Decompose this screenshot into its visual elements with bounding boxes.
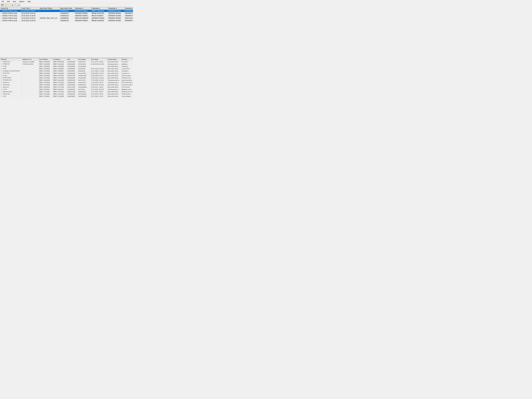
bot-cell-time_string: 15.07.2019 7:39:43 — [90, 90, 107, 93]
col-header-crash_time[interactable]: Crash Time▼ — [21, 7, 39, 10]
toolbar-save-btn[interactable]: 💾 — [1, 4, 4, 6]
cell-parameter4: 00000000`00080a... — [124, 15, 133, 17]
toolbar-copy-btn[interactable]: 📋 — [4, 4, 7, 6]
bot-cell-filename: ⬡ csc.dll — [0, 88, 22, 90]
bot-cell-filename: ⬡ BOOTVID.dll — [0, 77, 22, 79]
bot-cell-time_string: 15.07.2023 7:38:32 — [90, 93, 107, 95]
list-item[interactable]: ⬡ tm.sysffff807`019b0000ffff807`019d7000… — [0, 74, 133, 77]
bot-col-header-address_in_st[interactable]: Address In St... — [22, 58, 38, 61]
bot-cell-time_stamp: 0xd18efcde6 — [77, 74, 90, 77]
list-item[interactable]: ⬡ wdexpress.sysffff807`071c0000ffff807`0… — [0, 90, 133, 93]
toolbar-search-btn[interactable]: 🔍 — [14, 4, 17, 6]
col-header-bug_check_string[interactable]: Bug Check String — [39, 7, 60, 10]
bot-col-header-time_string[interactable]: Time String — [90, 58, 107, 61]
bot-cell-time_string: 16.02.2021 1:20:00 — [90, 86, 107, 88]
bot-cell-file_desc: Драйвер экспо... — [121, 88, 133, 90]
list-item[interactable]: ⬡ ksecdd.sysffff807`07120000ffff807`0714… — [0, 84, 133, 86]
cell-parameter3: 00000000`b22000... — [108, 15, 124, 17]
cell-parameter1: 00000000`000000... — [74, 10, 91, 12]
file-icon: ⬡ — [1, 91, 3, 92]
list-item[interactable]: ⬡ ntoskrnl.exentoskrnl.exe+4b68...ffff80… — [0, 61, 133, 63]
bot-cell-to_address: ffff807`01ee4000 — [53, 79, 67, 81]
bot-col-header-filename[interactable]: Filename — [0, 58, 22, 61]
bot-cell-product_name: Microsoft® Wind... — [107, 86, 121, 88]
top-table: Dump FileCrash Time▼Bug Check StringBug … — [0, 7, 133, 22]
toolbar-go-btn[interactable]: ➡ — [17, 4, 20, 6]
list-item[interactable]: ⬡ ci.dllffff807`071f0000ffff807`07249000… — [0, 95, 133, 97]
col-header-parameter1[interactable]: Parameter 1 — [74, 7, 91, 10]
bot-cell-product_name: Microsoft® Wind... — [107, 77, 121, 79]
bot-cell-time_string: 02.02.2105 11:30:16 — [90, 68, 107, 70]
bot-cell-from_address: ffff807`071c0000 — [38, 90, 53, 93]
dump-file-icon: ▪ — [1, 10, 2, 12]
file-icon: ⬡ — [1, 63, 3, 65]
bot-cell-to_address: ffff807`019ab000 — [53, 68, 67, 70]
cell-parameter2: ffffdс86`e4a09028 — [91, 19, 108, 22]
bot-cell-product_name: Microsoft® Wind... — [107, 72, 121, 74]
list-item[interactable]: ⬡ PSHED.dllPSHED.dll+15b0ffff807`01a5000… — [0, 63, 133, 65]
menu-view[interactable]: View — [12, 0, 17, 3]
bot-col-header-to_address[interactable]: To Address — [53, 58, 67, 61]
bot-cell-address_in_st: PSHED.dll+15b0 — [22, 63, 38, 65]
bot-cell-size: 0x0000b000 — [67, 68, 77, 70]
bot-col-header-size[interactable]: Size — [67, 58, 77, 61]
menu-options[interactable]: Options — [19, 0, 25, 3]
bot-cell-size: 0x00117000 — [67, 86, 77, 88]
bot-cell-filename: ⬡ mcupdate_GenuineIntel.dll — [0, 70, 22, 72]
bot-cell-filename: ⬡ PSHED.dll — [0, 63, 22, 65]
list-item[interactable]: ⬡ FLTMGR.SYSffff807`01a80000ffff807`01ee… — [0, 79, 133, 81]
bot-col-header-time_stamp[interactable]: Time Stamp — [77, 58, 90, 61]
col-header-parameter4[interactable]: Parameter 4 — [124, 7, 133, 10]
bot-col-header-file_desc[interactable]: File Des... — [121, 58, 133, 61]
bot-cell-time_string: 11.01.2002 4:05:26 — [90, 81, 107, 84]
bot-cell-address_in_st — [22, 88, 38, 90]
bot-cell-size: 0x0000b000 — [67, 77, 77, 79]
bot-cell-filename: ⬡ CLFS.SYS — [0, 72, 22, 74]
list-item[interactable]: ⬡ csc.dllffff807`01af0000ffff807`01afe00… — [0, 88, 133, 90]
table-row[interactable]: ▪ 032023-7656-01.dmp20.03.2023 10:53:500… — [0, 12, 133, 15]
table-row[interactable]: ▪ 031923-7640-01.dmp19.03.2023 14:20:520… — [0, 19, 133, 22]
list-item[interactable]: ⬡ hal.dllffff807`01990000ffff807`0199600… — [0, 65, 133, 68]
bot-cell-filename: ⬡ kd.dll — [0, 68, 22, 70]
col-header-dump_file[interactable]: Dump File — [0, 7, 21, 10]
toolbar-open-btn[interactable]: 📁 — [7, 4, 11, 6]
col-header-parameter2[interactable]: Parameter 2 — [91, 7, 108, 10]
list-item[interactable]: ⬡ msrpc.sysffff807`07150000ffff807`071b1… — [0, 81, 133, 84]
list-item[interactable]: ⬡ mcupdate_GenuineIntel.dllffff807`01700… — [0, 70, 133, 72]
bot-cell-address_in_st — [22, 72, 38, 74]
bot-cell-from_address: ffff807`07150000 — [38, 81, 53, 84]
bot-cell-size: 0x0000c000 — [67, 93, 77, 95]
menu-edit[interactable]: Edit — [6, 0, 10, 3]
bot-col-header-product_name[interactable]: Product Name — [107, 58, 121, 61]
table-row[interactable]: ▪ 032023-7734-01.dmp20.03.2023 10:46:350… — [0, 15, 133, 17]
bot-cell-address_in_st — [22, 95, 38, 97]
bottom-table-wrapper[interactable]: FilenameAddress In St...From AddressTo A… — [0, 58, 133, 99]
bot-cell-to_address: ffff807`07149000 — [53, 84, 67, 86]
menu-help[interactable]: Help — [27, 0, 31, 3]
list-item[interactable]: ⬡ kd.dllffff807`019a0000ffff807`019ab000… — [0, 68, 133, 70]
list-item[interactable]: ⬡ clipsp.sysffff807`07000000ffff807`0711… — [0, 86, 133, 88]
bot-cell-filename: ⬡ ci.dll — [0, 95, 22, 97]
cell-parameter4: 000011b8`8fb9534... — [124, 17, 133, 19]
menu-file[interactable]: File — [1, 0, 5, 3]
bot-cell-time_stamp: 0x16b4610f — [77, 90, 90, 93]
table-row[interactable]: ▪ 032023-7828-01.dmp20.03.2023 10:58:350… — [0, 10, 133, 12]
toolbar-print-btn[interactable]: 🖨 — [11, 4, 14, 6]
list-item[interactable]: ⬡ BOOTVID.dllffff807`01a70000ffff807`01a… — [0, 77, 133, 79]
col-header-bug_check_code[interactable]: Bug Check Code — [60, 7, 74, 10]
table-row[interactable]: ▪ 031923-7546-01.dmp19.03.2023 18:18:15D… — [0, 17, 133, 19]
top-table-wrapper[interactable]: Dump FileCrash Time▼Bug Check StringBug … — [0, 7, 133, 58]
bot-cell-size: 0x0001a000 — [67, 63, 77, 65]
bot-cell-size: 0x0006d000 — [67, 72, 77, 74]
bot-col-header-from_address[interactable]: From Address — [38, 58, 53, 61]
bot-cell-product_name: Microsoft® Wind... — [107, 61, 121, 63]
list-item[interactable]: ⬡ ntosext.sysffff807`071e0000ffff807`071… — [0, 93, 133, 95]
bot-cell-product_name: Microsoft® Wind... — [107, 68, 121, 70]
bot-cell-time_stamp: 0x71dd33c9f — [77, 93, 90, 95]
cell-parameter4: 00000000`00080a... — [124, 19, 133, 22]
bot-cell-to_address: ffff807`0196f000 — [53, 70, 67, 72]
list-item[interactable]: ⬡ CLFS.SYSffff807`019c0000ffff807`01a4d0… — [0, 72, 133, 74]
file-icon: ⬡ — [1, 93, 3, 95]
cell-parameter2: 00000000`000000... — [91, 17, 108, 19]
col-header-parameter3[interactable]: Parameter 3 — [108, 7, 124, 10]
